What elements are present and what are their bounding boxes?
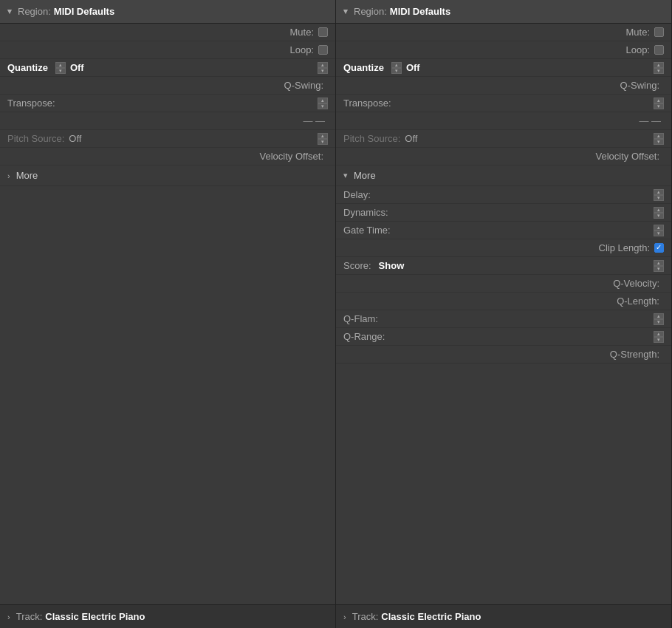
right-dynamics-stepper[interactable]: ▴ ▾	[654, 207, 664, 219]
right-qvelocity-row: Q-Velocity:	[336, 275, 671, 293]
right-cliplength-label: Clip Length:	[599, 242, 650, 253]
left-pitchsource-up[interactable]: ▴	[318, 133, 328, 139]
left-loop-label: Loop:	[289, 44, 314, 55]
right-more-chevron: ▾	[343, 171, 348, 180]
right-delay-label: Delay:	[343, 189, 371, 200]
right-gatetime-stepper[interactable]: ▴ ▾	[654, 225, 664, 236]
right-delay-up[interactable]: ▴	[654, 189, 664, 195]
left-quantize-row: Quantize ▴ ▾ Off ▴ ▾	[0, 59, 335, 77]
left-quantize-stepper[interactable]: ▴ ▾	[55, 62, 66, 74]
right-more-label: More	[354, 170, 376, 181]
left-pitchsource-stepper[interactable]: ▴ ▾	[318, 133, 328, 145]
right-dash-row: — —	[336, 112, 671, 130]
right-qstrength-row: Q-Strength:	[336, 346, 671, 364]
right-velocity-label: Velocity Offset:	[596, 151, 659, 162]
left-quantize-right-down[interactable]: ▾	[318, 68, 328, 74]
left-mute-checkbox[interactable]	[318, 27, 328, 37]
right-transpose-down[interactable]: ▾	[654, 103, 664, 109]
right-qrange-down[interactable]: ▾	[654, 337, 664, 343]
right-quantize-value: Off	[406, 62, 420, 73]
right-transpose-stepper[interactable]: ▴ ▾	[654, 98, 664, 109]
right-loop-row: Loop:	[336, 41, 671, 59]
right-qflam-label: Q-Flam:	[343, 313, 378, 324]
left-track-label: Track:	[16, 611, 43, 622]
left-more-row[interactable]: › More	[0, 165, 335, 186]
right-pitchsource-row: Pitch Source: Off ▴ ▾	[336, 130, 671, 148]
right-pitchsource-stepper[interactable]: ▴ ▾	[654, 133, 664, 145]
right-region-label: Region:	[354, 6, 387, 17]
right-quantize-up[interactable]: ▴	[391, 62, 402, 68]
left-region-header[interactable]: ▾ Region: MIDI Defaults	[0, 0, 335, 24]
right-track-row[interactable]: › Track: Classic Electric Piano	[336, 604, 671, 628]
left-track-chevron: ›	[7, 612, 10, 621]
right-qflam-up[interactable]: ▴	[654, 313, 664, 319]
right-pitchsource-down[interactable]: ▾	[654, 139, 664, 145]
right-score-stepper[interactable]: ▴ ▾	[654, 260, 664, 272]
left-quantize-down[interactable]: ▾	[55, 68, 66, 74]
right-dynamics-down[interactable]: ▾	[654, 213, 664, 219]
right-dash-value: — —	[639, 115, 661, 126]
left-track-row[interactable]: › Track: Classic Electric Piano	[0, 604, 335, 628]
left-velocity-row: Velocity Offset:	[0, 148, 335, 165]
right-track-chevron: ›	[343, 612, 346, 621]
right-mute-row: Mute:	[336, 24, 671, 41]
left-quantize-right-stepper[interactable]: ▴ ▾	[318, 62, 328, 74]
right-region-chevron[interactable]: ▾	[343, 7, 348, 16]
right-score-row: Score: Show ▴ ▾	[336, 257, 671, 275]
left-mute-label: Mute:	[289, 27, 314, 38]
right-qvelocity-label: Q-Velocity:	[613, 278, 659, 289]
right-score-up[interactable]: ▴	[654, 260, 664, 266]
left-loop-checkbox[interactable]	[318, 45, 328, 55]
right-qlength-row: Q-Length:	[336, 293, 671, 310]
left-mute-row: Mute:	[0, 24, 335, 41]
right-cliplength-row: Clip Length:	[336, 239, 671, 257]
right-region-header[interactable]: ▾ Region: MIDI Defaults	[336, 0, 671, 24]
right-qrange-stepper[interactable]: ▴ ▾	[654, 331, 664, 343]
right-delay-down[interactable]: ▾	[654, 195, 664, 201]
left-transpose-row: Transpose: ▴ ▾	[0, 95, 335, 112]
left-pitchsource-value: Off	[69, 133, 81, 144]
right-qflam-stepper[interactable]: ▴ ▾	[654, 313, 664, 325]
right-transpose-up[interactable]: ▴	[654, 98, 664, 103]
right-loop-checkbox[interactable]	[654, 45, 664, 55]
left-quantize-right-up[interactable]: ▴	[318, 62, 328, 68]
left-transpose-up[interactable]: ▴	[318, 98, 328, 103]
right-transpose-row: Transpose: ▴ ▾	[336, 95, 671, 112]
right-quantize-right-up[interactable]: ▴	[654, 62, 664, 68]
right-gatetime-up[interactable]: ▴	[654, 225, 664, 231]
right-pitchsource-up[interactable]: ▴	[654, 133, 664, 139]
left-transpose-stepper[interactable]: ▴ ▾	[318, 98, 328, 109]
right-qswing-row: Q-Swing:	[336, 77, 671, 95]
right-qstrength-label: Q-Strength:	[610, 349, 659, 360]
right-delay-stepper[interactable]: ▴ ▾	[654, 189, 664, 201]
left-region-name: MIDI Defaults	[54, 6, 114, 17]
right-loop-label: Loop:	[625, 44, 650, 55]
left-pitchsource-down[interactable]: ▾	[318, 139, 328, 145]
right-qswing-label: Q-Swing:	[620, 80, 659, 91]
right-score-down[interactable]: ▾	[654, 266, 664, 272]
right-quantize-right-stepper[interactable]: ▴ ▾	[654, 62, 664, 74]
right-gatetime-down[interactable]: ▾	[654, 231, 664, 236]
left-region-chevron[interactable]: ▾	[7, 7, 12, 16]
right-cliplength-checkbox[interactable]	[654, 243, 664, 253]
right-transpose-label: Transpose:	[343, 98, 391, 109]
left-loop-row: Loop:	[0, 41, 335, 59]
left-quantize-label: Quantize	[7, 62, 48, 73]
right-quantize-down[interactable]: ▾	[391, 68, 402, 74]
left-panel: ▾ Region: MIDI Defaults Mute: Loop: Quan…	[0, 0, 336, 628]
right-mute-checkbox[interactable]	[654, 27, 664, 37]
right-dynamics-up[interactable]: ▴	[654, 207, 664, 213]
right-gatetime-row: Gate Time: ▴ ▾	[336, 222, 671, 239]
left-transpose-down[interactable]: ▾	[318, 103, 328, 109]
left-quantize-up[interactable]: ▴	[55, 62, 66, 68]
right-qflam-down[interactable]: ▾	[654, 319, 664, 325]
left-more-label: More	[16, 170, 38, 181]
left-velocity-label: Velocity Offset:	[260, 151, 323, 162]
right-more-row[interactable]: ▾ More	[336, 165, 671, 186]
right-gatetime-label: Gate Time:	[343, 225, 391, 236]
right-pitchsource-value: Off	[405, 133, 417, 144]
right-quantize-right-down[interactable]: ▾	[654, 68, 664, 74]
right-quantize-stepper[interactable]: ▴ ▾	[391, 62, 402, 74]
right-qrange-up[interactable]: ▴	[654, 331, 664, 337]
right-panel: ▾ Region: MIDI Defaults Mute: Loop: Quan…	[336, 0, 672, 628]
